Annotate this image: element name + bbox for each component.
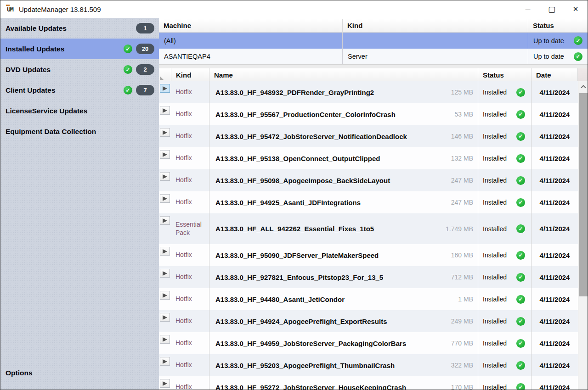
machine-row[interactable]: (All) Up to date ✓ — [159, 33, 588, 49]
installed-check-icon: ✓ — [516, 224, 525, 233]
update-size-text: 770 MB — [451, 340, 473, 347]
column-header-name[interactable]: Name — [209, 68, 478, 81]
sidebar-item[interactable]: Client Updates ✓ 7 — [0, 80, 159, 100]
expander-cell — [159, 169, 171, 191]
sidebar-item-options[interactable]: Options — [0, 362, 159, 383]
expand-arrow-button[interactable] — [160, 247, 170, 256]
scrollbar-corner — [578, 68, 588, 81]
minimize-button[interactable]: ─ — [516, 0, 540, 18]
column-header-kind[interactable]: Kind — [171, 68, 209, 81]
update-date-cell: 4/11/2024 — [531, 169, 578, 191]
update-row[interactable]: Hotfix A13.83.0_HF_95098_ApogeeImpose_Ba… — [159, 169, 578, 191]
update-name-text: A13.83.0_HF_94925_Asanti_JDFIntegrations — [215, 199, 361, 206]
expander-cell — [159, 103, 171, 125]
expand-arrow-button[interactable] — [160, 172, 170, 181]
update-row[interactable]: Hotfix A13.83.0_HF_95472_JobStoreServer_… — [159, 125, 578, 147]
scroll-up-button[interactable] — [578, 81, 588, 91]
expander-cell — [159, 288, 171, 310]
expand-arrow-button[interactable] — [160, 150, 170, 159]
update-status-text: Installed — [483, 199, 507, 206]
update-name-cell: A13.83.0_HF_95567_ProductionCenter_Color… — [209, 103, 478, 125]
update-size-text: 160 MB — [451, 251, 473, 259]
expand-arrow-button[interactable] — [160, 216, 170, 225]
expander-cell — [159, 376, 171, 390]
update-name-cell: A13.83.0_HF_927821_Enfocus_Pitstop23_For… — [209, 266, 478, 288]
update-row[interactable]: Hotfix A13.83.0_HF_95567_ProductionCente… — [159, 103, 578, 125]
expand-arrow-button[interactable] — [160, 357, 170, 366]
update-name-text: A13.83.0_HF_95203_ApogeePreflight_Thumbn… — [215, 362, 395, 369]
update-status-cell: Installed ✓ — [478, 354, 531, 376]
sidebar-item-label: Client Updates — [6, 86, 56, 95]
update-row[interactable]: Hotfix A13.83.0_HF_94925_Asanti_JDFInteg… — [159, 191, 578, 213]
update-name-cell: A13.83.0_HF_94959_JobStoreServer_Packagi… — [209, 332, 478, 354]
maximize-button[interactable]: ▢ — [540, 0, 564, 18]
expander-cell — [159, 125, 171, 147]
update-size-text: 249 MB — [451, 318, 473, 325]
update-row[interactable]: Hotfix A13.83.0_HF_95138_OpenConnect_Out… — [159, 147, 578, 169]
updates-table-header: Kind Name Status Date — [159, 68, 588, 81]
update-date-cell: 4/11/2024 — [531, 332, 578, 354]
update-row[interactable]: Hotfix A13.83.0_HF_94959_JobStoreServer_… — [159, 332, 578, 354]
update-status-text: Installed — [483, 362, 507, 369]
expand-arrow-button[interactable] — [160, 106, 170, 115]
column-header-kind[interactable]: Kind — [343, 19, 528, 32]
update-date-cell: 4/11/2024 — [531, 103, 578, 125]
expand-arrow-button[interactable] — [160, 313, 170, 322]
sidebar-item[interactable]: LicenseService Updates ✓ — [0, 100, 159, 121]
column-header-status[interactable]: Status — [528, 19, 588, 32]
update-name-cell: A13.83.0_HF_95138_OpenConnect_OutputClip… — [209, 147, 478, 169]
update-kind-cell: Hotfix — [171, 354, 209, 376]
update-row[interactable]: Hotfix A13.83.0_HF_927821_Enfocus_Pitsto… — [159, 266, 578, 288]
update-kind-cell: Hotfix — [171, 244, 209, 266]
check-icon: ✓ — [124, 65, 132, 74]
column-header-status[interactable]: Status — [478, 68, 531, 81]
update-status-text: Installed — [483, 133, 507, 140]
update-name-text: A13.83.0_HF_95567_ProductionCenter_Color… — [215, 111, 396, 118]
update-name-cell: A13.83.0_HF_94924_ApogeePreflight_Export… — [209, 310, 478, 332]
update-row[interactable]: Essential Pack A13.83.0_HF_ALL_942262_Es… — [159, 213, 578, 244]
scrollbar-thumb[interactable] — [579, 93, 588, 296]
installed-check-icon: ✓ — [516, 361, 525, 370]
sidebar-item[interactable]: Equipment Data Collection ✓ — [0, 121, 159, 142]
update-row[interactable]: Hotfix A13.83.0_HF_95090_JDFServer_Plate… — [159, 244, 578, 266]
expand-arrow-button[interactable] — [160, 84, 170, 93]
update-name-text: A13.83.0_HF_95098_ApogeeImpose_BackSideL… — [215, 177, 390, 184]
update-date-cell: 4/11/2024 — [531, 244, 578, 266]
update-size-text: 132 MB — [451, 155, 473, 162]
update-name-text: A13.83.0_HF_94924_ApogeePreflight_Export… — [215, 318, 387, 325]
update-row[interactable]: Hotfix A13.83.0_HF_948932_PDFRender_Gray… — [159, 81, 578, 103]
update-date-cell: 4/11/2024 — [531, 213, 578, 244]
update-row[interactable]: Hotfix A13.83.0_HF_94480_Asanti_JetiCond… — [159, 288, 578, 310]
update-row[interactable]: Hotfix A13.83.0_HF_94924_ApogeePreflight… — [159, 310, 578, 332]
expand-arrow-button[interactable] — [160, 269, 170, 278]
update-row[interactable]: Hotfix A13.83.0_HF_95272_JobStoreServer_… — [159, 376, 578, 390]
expand-arrow-button[interactable] — [160, 379, 170, 388]
update-name-cell: A13.83.0_HF_95090_JDFServer_PlateMakerSp… — [209, 244, 478, 266]
update-name-cell: A13.83.0_HF_95098_ApogeeImpose_BackSideL… — [209, 169, 478, 191]
up-to-date-check-icon: ✓ — [574, 36, 582, 45]
update-kind-cell: Hotfix — [171, 310, 209, 332]
column-header-machine[interactable]: Machine — [159, 19, 343, 32]
update-status-cell: Installed ✓ — [478, 376, 531, 390]
sidebar-item[interactable]: DVD Updates ✓ 2 — [0, 59, 159, 80]
machine-row[interactable]: ASANTIEQAP4 Server Up to date ✓ — [159, 49, 588, 65]
vertical-scrollbar[interactable] — [578, 81, 588, 390]
app-logo-icon: UM — [5, 4, 15, 14]
sidebar-item[interactable]: Available Updates ✓ 1 — [0, 18, 159, 39]
column-header-date[interactable]: Date — [531, 68, 578, 81]
expand-arrow-button[interactable] — [160, 335, 170, 344]
close-button[interactable]: ✕ — [564, 0, 588, 18]
installed-check-icon: ✓ — [516, 132, 525, 141]
update-kind-cell: Hotfix — [171, 191, 209, 213]
sidebar-item[interactable]: Installed Updates ✓ 20 — [0, 39, 159, 59]
update-row[interactable]: Hotfix A13.83.0_HF_95203_ApogeePreflight… — [159, 354, 578, 376]
machines-table: Machine Kind Status (All) Up to date ✓ — [159, 19, 588, 65]
expand-arrow-button[interactable] — [160, 194, 170, 203]
update-manager-window: UM UpdateManager 13.81.509 ─ ▢ ✕ Availab… — [0, 0, 588, 390]
expand-arrow-button[interactable] — [160, 128, 170, 137]
machine-status-cell: Up to date ✓ — [528, 33, 588, 49]
update-status-text: Installed — [483, 89, 507, 96]
expand-arrow-button[interactable] — [160, 291, 170, 300]
update-date-cell: 4/11/2024 — [531, 354, 578, 376]
update-status-cell: Installed ✓ — [478, 169, 531, 191]
